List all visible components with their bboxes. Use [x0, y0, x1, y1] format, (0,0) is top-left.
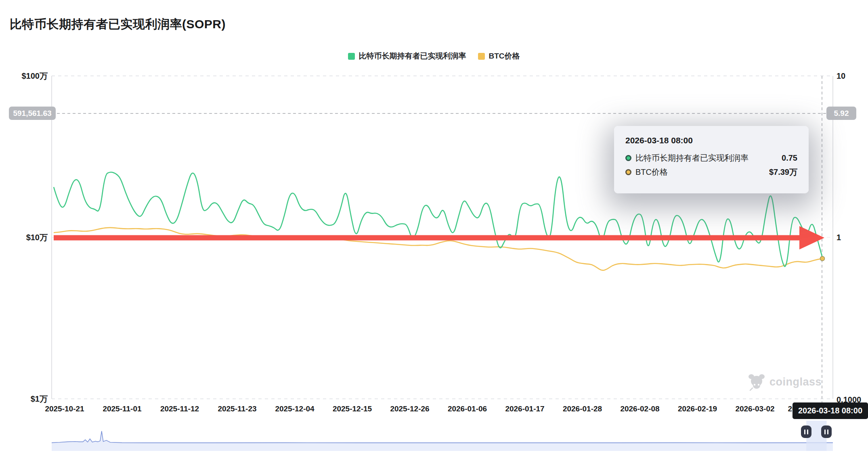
x-axis: 2025-10-212025-11-012025-11-122025-11-23… — [0, 404, 868, 416]
x-axis-tick: 2025-11-12 — [160, 404, 199, 413]
left-axis-tick-100w: $100万 — [0, 72, 48, 80]
tooltip-time: 2026-03-18 08:00 — [625, 136, 797, 145]
tooltip-series-label: 比特币长期持有者已实现利润率 — [635, 153, 748, 163]
x-axis-tick: 2025-12-15 — [333, 404, 372, 413]
tooltip-rows: 比特币长期持有者已实现利润率0.75BTC价格$7.39万 — [625, 153, 797, 178]
tooltip-series-value: $7.39万 — [769, 167, 797, 178]
x-axis-tick: 2026-02-08 — [620, 404, 659, 413]
chart-tooltip: 2026-03-18 08:00 比特币长期持有者已实现利润率0.75BTC价格… — [614, 126, 809, 193]
x-axis-tick: 2025-11-23 — [218, 404, 256, 413]
x-axis-tick: 2025-12-04 — [275, 404, 314, 413]
tooltip-series-marker — [625, 155, 631, 161]
x-axis-tick: 2025-10-21 — [45, 404, 84, 413]
crosshair-time-badge: 2026-03-18 08:00 — [793, 402, 868, 419]
main-chart[interactable] — [0, 0, 868, 461]
x-axis-tick: 2026-01-17 — [505, 404, 544, 413]
tooltip-row: BTC价格$7.39万 — [625, 167, 797, 178]
x-axis-tick: 2025-12-26 — [390, 404, 429, 413]
x-axis-tick: 2026-01-28 — [563, 404, 602, 413]
coinglass-watermark: coinglass — [748, 373, 822, 391]
x-axis-tick: 2026-02-19 — [678, 404, 717, 413]
left-axis-tick-10w: $10万 — [0, 233, 48, 241]
crosshair-right-badge: 5.92 — [826, 107, 856, 120]
navigator-right-handle[interactable] — [821, 425, 832, 438]
crosshair-left-badge: 591,561.63 — [9, 107, 56, 120]
x-axis-tick: 2026-03-02 — [735, 404, 774, 413]
x-axis-tick: 2026-01-06 — [448, 404, 487, 413]
navigator-left-handle[interactable] — [801, 425, 811, 438]
sopr-chart-page: 比特币长期持有者已实现利润率(SOPR) 比特币长期持有者已实现利润率BTC价格… — [0, 0, 868, 461]
tooltip-series-label: BTC价格 — [635, 167, 668, 178]
right-axis-tick-1: 1 — [837, 233, 841, 241]
watermark-text: coinglass — [769, 376, 822, 388]
x-axis-tick: 2025-11-01 — [103, 404, 141, 413]
tooltip-row: 比特币长期持有者已实现利润率0.75 — [625, 153, 797, 163]
tooltip-series-value: 0.75 — [782, 153, 797, 163]
tooltip-series-marker — [625, 169, 631, 175]
right-axis-tick-10: 10 — [837, 72, 845, 80]
left-axis-tick-1w: $1万 — [0, 395, 48, 403]
coinglass-logo-icon — [748, 373, 765, 391]
